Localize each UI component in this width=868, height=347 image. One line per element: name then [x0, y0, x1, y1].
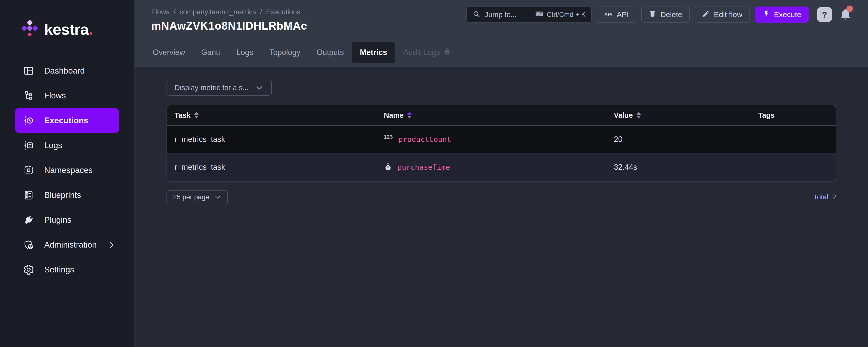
- metrics-table: Task Name Value Tags: [166, 105, 836, 182]
- api-icon: API: [604, 12, 613, 17]
- sort-icon[interactable]: [194, 112, 199, 119]
- sidebar-item-label: Dashboard: [44, 66, 85, 75]
- lock-icon: [443, 48, 451, 57]
- plugins-icon: [23, 214, 34, 225]
- tab-metrics[interactable]: Metrics: [352, 42, 395, 63]
- chevron-down-icon: [255, 83, 264, 92]
- flows-icon: [23, 90, 34, 101]
- kestra-logo[interactable]: kestra.: [0, 0, 134, 38]
- value-cell: 20: [606, 135, 751, 144]
- keyboard-icon: [535, 9, 544, 20]
- edit-flow-button[interactable]: Edit flow: [695, 6, 750, 23]
- sidebar-item-logs[interactable]: Logs: [15, 133, 119, 158]
- metric-selector-dropdown[interactable]: Display metric for a s...: [166, 80, 272, 96]
- sidebar-item-dashboard[interactable]: Dashboard: [15, 58, 119, 83]
- search-shortcut: Ctrl/Cmd + K: [535, 9, 586, 20]
- name-cell: purchaseTime: [376, 163, 606, 171]
- timer-icon: [384, 163, 392, 171]
- breadcrumb-separator: /: [174, 8, 176, 16]
- sidebar-item-flows[interactable]: Flows: [15, 83, 119, 108]
- tab-bar: Overview Gantt Logs Topology Outputs Met…: [135, 39, 868, 67]
- tab-topology[interactable]: Topology: [261, 42, 308, 63]
- kestra-app: kestra. Dashboard Flows Executions: [0, 0, 868, 347]
- task-cell: r_metrics_task: [167, 163, 376, 172]
- chevron-down-icon: [214, 194, 221, 200]
- delete-button[interactable]: Delete: [641, 6, 690, 23]
- page-title: mNAwZVK1o8N1lDHLRbMAc: [151, 20, 307, 32]
- metric-name: productCount: [399, 135, 451, 144]
- sort-icon[interactable]: [637, 112, 641, 119]
- sidebar-menu: Dashboard Flows Executions Logs: [0, 58, 134, 282]
- api-button[interactable]: API API: [597, 6, 637, 23]
- sidebar-item-label: Flows: [44, 91, 66, 100]
- breadcrumb-namespace[interactable]: company.team.r_metrics: [180, 8, 256, 16]
- sidebar-item-label: Blueprints: [44, 190, 81, 200]
- executions-icon: [23, 115, 34, 126]
- notification-badge: [846, 5, 853, 12]
- question-mark-icon: ?: [822, 10, 827, 20]
- sidebar-item-label: Plugins: [44, 215, 71, 225]
- execute-button[interactable]: Execute: [755, 6, 809, 23]
- header-actions: Ctrl/Cmd + K API API Delete: [466, 6, 851, 23]
- tab-overview[interactable]: Overview: [145, 42, 193, 63]
- administration-icon: [23, 239, 34, 250]
- trash-icon: [649, 10, 656, 19]
- sidebar-item-plugins[interactable]: Plugins: [15, 208, 119, 232]
- kestra-logo-text: kestra.: [44, 20, 93, 38]
- main-area: Flows / company.team.r_metrics / Executi…: [135, 0, 868, 347]
- metrics-content: Display metric for a s... Task Name: [135, 67, 868, 347]
- tab-logs[interactable]: Logs: [228, 42, 261, 63]
- kestra-logo-icon: [22, 20, 38, 38]
- total-count: Total: 2: [813, 193, 836, 201]
- breadcrumb-executions[interactable]: Executions: [266, 8, 300, 16]
- logs-icon: [23, 140, 34, 151]
- sidebar-item-settings[interactable]: Settings: [15, 257, 119, 282]
- breadcrumb-separator: /: [260, 8, 262, 16]
- sidebar-item-executions[interactable]: Executions: [15, 108, 119, 133]
- breadcrumb-flows[interactable]: Flows: [151, 8, 169, 16]
- tab-outputs[interactable]: Outputs: [308, 42, 352, 63]
- notifications-button[interactable]: [839, 8, 851, 21]
- sidebar-item-label: Logs: [44, 140, 62, 150]
- gear-icon: [23, 264, 34, 275]
- search-icon: [472, 10, 481, 19]
- tab-audit-logs: Audit Logs: [395, 42, 459, 63]
- sidebar-item-namespaces[interactable]: Namespaces: [15, 158, 119, 183]
- jump-to-search[interactable]: Ctrl/Cmd + K: [466, 6, 592, 23]
- sort-icon-active[interactable]: [407, 112, 412, 119]
- pencil-icon: [702, 10, 710, 19]
- sidebar-item-label: Namespaces: [44, 165, 93, 175]
- table-row[interactable]: r_metrics_task 123 productCount 20: [167, 125, 836, 153]
- column-header-task[interactable]: Task: [167, 111, 376, 120]
- column-header-tags: Tags: [751, 111, 836, 120]
- task-cell: r_metrics_task: [167, 135, 376, 144]
- sidebar-item-label: Settings: [44, 265, 74, 275]
- search-input[interactable]: [485, 10, 531, 19]
- help-button[interactable]: ?: [817, 7, 832, 22]
- sidebar: kestra. Dashboard Flows Executions: [0, 0, 135, 347]
- dashboard-icon: [23, 65, 34, 76]
- table-header-row: Task Name Value Tags: [167, 105, 836, 125]
- sidebar-item-label: Executions: [44, 116, 88, 125]
- tab-gantt[interactable]: Gantt: [193, 42, 228, 63]
- sidebar-item-label: Administration: [44, 240, 97, 250]
- metric-name: purchaseTime: [397, 163, 450, 171]
- column-header-name[interactable]: Name: [376, 111, 606, 120]
- column-header-value[interactable]: Value: [606, 111, 751, 120]
- blueprints-icon: [23, 190, 34, 200]
- numeric-123-icon: 123: [384, 134, 393, 140]
- sidebar-item-administration[interactable]: Administration: [15, 232, 119, 257]
- table-row[interactable]: r_metrics_task purchaseTime 32.44s: [167, 153, 836, 181]
- breadcrumb: Flows / company.team.r_metrics / Executi…: [151, 6, 307, 16]
- sidebar-item-blueprints[interactable]: Blueprints: [15, 183, 119, 208]
- per-page-dropdown[interactable]: 25 per page: [166, 190, 228, 204]
- chevron-right-icon: [107, 241, 116, 249]
- value-cell: 32.44s: [606, 163, 751, 172]
- namespaces-icon: [23, 165, 34, 176]
- page-header: Flows / company.team.r_metrics / Executi…: [135, 0, 868, 39]
- lightning-icon: [763, 10, 770, 19]
- name-cell: 123 productCount: [376, 135, 606, 144]
